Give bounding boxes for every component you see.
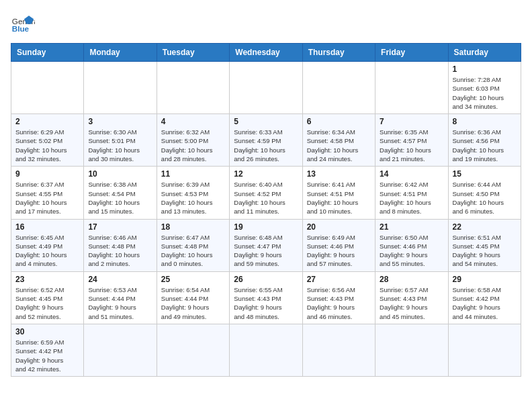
- calendar-cell: [84, 62, 157, 114]
- day-number: 14: [380, 169, 443, 179]
- day-number: 25: [161, 275, 225, 284]
- calendar-cell: 21Sunrise: 6:50 AM Sunset: 4:46 PM Dayli…: [375, 219, 448, 271]
- day-number: 28: [380, 275, 443, 284]
- day-number: 20: [307, 222, 371, 232]
- calendar-cell: 26Sunrise: 6:55 AM Sunset: 4:43 PM Dayli…: [230, 271, 302, 324]
- day-info: Sunrise: 6:47 AM Sunset: 4:48 PM Dayligh…: [161, 233, 225, 269]
- column-header-monday: Monday: [84, 44, 157, 62]
- day-number: 27: [307, 275, 371, 284]
- day-info: Sunrise: 6:29 AM Sunset: 5:02 PM Dayligh…: [15, 128, 79, 163]
- calendar-cell: 6Sunrise: 6:34 AM Sunset: 4:58 PM Daylig…: [302, 114, 375, 167]
- calendar-cell: 30Sunrise: 6:59 AM Sunset: 4:42 PM Dayli…: [11, 324, 84, 376]
- calendar-cell: 17Sunrise: 6:46 AM Sunset: 4:48 PM Dayli…: [84, 219, 157, 271]
- day-number: 30: [15, 327, 79, 336]
- calendar-cell: [230, 62, 302, 114]
- day-info: Sunrise: 6:36 AM Sunset: 4:56 PM Dayligh…: [453, 128, 517, 163]
- day-info: Sunrise: 6:58 AM Sunset: 4:42 PM Dayligh…: [453, 285, 517, 321]
- calendar-week-3: 9Sunrise: 6:37 AM Sunset: 4:55 PM Daylig…: [11, 167, 521, 219]
- calendar-cell: [157, 324, 229, 376]
- calendar-cell: [448, 324, 521, 376]
- day-number: 12: [234, 169, 298, 179]
- calendar-week-5: 23Sunrise: 6:52 AM Sunset: 4:45 PM Dayli…: [11, 271, 521, 324]
- calendar-cell: 4Sunrise: 6:32 AM Sunset: 5:00 PM Daylig…: [157, 114, 229, 167]
- day-number: 2: [15, 117, 79, 126]
- day-number: 17: [88, 222, 152, 232]
- day-number: 19: [234, 222, 298, 232]
- day-info: Sunrise: 6:45 AM Sunset: 4:49 PM Dayligh…: [15, 233, 79, 269]
- day-info: Sunrise: 6:40 AM Sunset: 4:52 PM Dayligh…: [234, 180, 298, 216]
- calendar-cell: 15Sunrise: 6:44 AM Sunset: 4:50 PM Dayli…: [448, 167, 521, 219]
- day-number: 11: [161, 169, 225, 179]
- day-number: 5: [234, 117, 298, 126]
- day-info: Sunrise: 6:56 AM Sunset: 4:43 PM Dayligh…: [307, 285, 371, 321]
- day-info: Sunrise: 6:55 AM Sunset: 4:43 PM Dayligh…: [234, 285, 298, 321]
- day-info: Sunrise: 6:51 AM Sunset: 4:45 PM Dayligh…: [453, 233, 517, 269]
- logo-icon: General Blue: [11, 11, 35, 35]
- calendar-cell: [230, 324, 302, 376]
- day-info: Sunrise: 6:46 AM Sunset: 4:48 PM Dayligh…: [88, 233, 152, 269]
- calendar-cell: 22Sunrise: 6:51 AM Sunset: 4:45 PM Dayli…: [448, 219, 521, 271]
- day-number: 6: [307, 117, 371, 126]
- day-info: Sunrise: 6:30 AM Sunset: 5:01 PM Dayligh…: [88, 128, 152, 163]
- day-info: Sunrise: 6:44 AM Sunset: 4:50 PM Dayligh…: [453, 180, 517, 216]
- day-info: Sunrise: 6:50 AM Sunset: 4:46 PM Dayligh…: [380, 233, 443, 269]
- svg-text:Blue: Blue: [12, 24, 30, 33]
- day-number: 7: [380, 117, 443, 126]
- calendar-cell: [157, 62, 229, 114]
- calendar-cell: [302, 324, 375, 376]
- column-header-saturday: Saturday: [448, 44, 521, 62]
- day-info: Sunrise: 6:53 AM Sunset: 4:44 PM Dayligh…: [88, 285, 152, 321]
- day-number: 15: [453, 169, 517, 179]
- day-info: Sunrise: 6:48 AM Sunset: 4:47 PM Dayligh…: [234, 233, 298, 269]
- calendar-cell: 29Sunrise: 6:58 AM Sunset: 4:42 PM Dayli…: [448, 271, 521, 324]
- calendar-cell: 8Sunrise: 6:36 AM Sunset: 4:56 PM Daylig…: [448, 114, 521, 167]
- calendar-cell: 19Sunrise: 6:48 AM Sunset: 4:47 PM Dayli…: [230, 219, 302, 271]
- calendar-cell: [11, 62, 84, 114]
- calendar: SundayMondayTuesdayWednesdayThursdayFrid…: [11, 43, 521, 377]
- calendar-cell: 20Sunrise: 6:49 AM Sunset: 4:46 PM Dayli…: [302, 219, 375, 271]
- calendar-week-4: 16Sunrise: 6:45 AM Sunset: 4:49 PM Dayli…: [11, 219, 521, 271]
- calendar-cell: 23Sunrise: 6:52 AM Sunset: 4:45 PM Dayli…: [11, 271, 84, 324]
- calendar-cell: [375, 62, 448, 114]
- day-number: 16: [15, 222, 79, 232]
- calendar-cell: 9Sunrise: 6:37 AM Sunset: 4:55 PM Daylig…: [11, 167, 84, 219]
- day-info: Sunrise: 6:37 AM Sunset: 4:55 PM Dayligh…: [15, 180, 79, 216]
- day-number: 3: [88, 117, 152, 126]
- day-number: 23: [15, 275, 79, 284]
- calendar-week-1: 1Sunrise: 7:28 AM Sunset: 6:03 PM Daylig…: [11, 62, 521, 114]
- calendar-week-2: 2Sunrise: 6:29 AM Sunset: 5:02 PM Daylig…: [11, 114, 521, 167]
- column-header-wednesday: Wednesday: [230, 44, 302, 62]
- day-number: 9: [15, 169, 79, 179]
- day-info: Sunrise: 6:41 AM Sunset: 4:51 PM Dayligh…: [307, 180, 371, 216]
- calendar-cell: 12Sunrise: 6:40 AM Sunset: 4:52 PM Dayli…: [230, 167, 302, 219]
- day-number: 1: [453, 64, 517, 74]
- day-number: 13: [307, 169, 371, 179]
- calendar-cell: 7Sunrise: 6:35 AM Sunset: 4:57 PM Daylig…: [375, 114, 448, 167]
- calendar-cell: 5Sunrise: 6:33 AM Sunset: 4:59 PM Daylig…: [230, 114, 302, 167]
- day-info: Sunrise: 7:28 AM Sunset: 6:03 PM Dayligh…: [453, 75, 517, 111]
- calendar-cell: [375, 324, 448, 376]
- calendar-week-6: 30Sunrise: 6:59 AM Sunset: 4:42 PM Dayli…: [11, 324, 521, 376]
- calendar-cell: 28Sunrise: 6:57 AM Sunset: 4:43 PM Dayli…: [375, 271, 448, 324]
- day-info: Sunrise: 6:35 AM Sunset: 4:57 PM Dayligh…: [380, 128, 443, 163]
- day-info: Sunrise: 6:52 AM Sunset: 4:45 PM Dayligh…: [15, 285, 79, 321]
- calendar-cell: 13Sunrise: 6:41 AM Sunset: 4:51 PM Dayli…: [302, 167, 375, 219]
- calendar-cell: 2Sunrise: 6:29 AM Sunset: 5:02 PM Daylig…: [11, 114, 84, 167]
- day-number: 18: [161, 222, 225, 232]
- calendar-cell: 10Sunrise: 6:38 AM Sunset: 4:54 PM Dayli…: [84, 167, 157, 219]
- page-header: General Blue: [11, 11, 521, 35]
- day-number: 29: [453, 275, 517, 284]
- day-info: Sunrise: 6:34 AM Sunset: 4:58 PM Dayligh…: [307, 128, 371, 163]
- calendar-cell: 16Sunrise: 6:45 AM Sunset: 4:49 PM Dayli…: [11, 219, 84, 271]
- day-number: 10: [88, 169, 152, 179]
- day-info: Sunrise: 6:42 AM Sunset: 4:51 PM Dayligh…: [380, 180, 443, 216]
- day-info: Sunrise: 6:33 AM Sunset: 4:59 PM Dayligh…: [234, 128, 298, 163]
- column-header-thursday: Thursday: [302, 44, 375, 62]
- calendar-cell: 27Sunrise: 6:56 AM Sunset: 4:43 PM Dayli…: [302, 271, 375, 324]
- calendar-cell: [302, 62, 375, 114]
- calendar-cell: [84, 324, 157, 376]
- day-number: 21: [380, 222, 443, 232]
- day-number: 26: [234, 275, 298, 284]
- column-header-friday: Friday: [375, 44, 448, 62]
- calendar-cell: 3Sunrise: 6:30 AM Sunset: 5:01 PM Daylig…: [84, 114, 157, 167]
